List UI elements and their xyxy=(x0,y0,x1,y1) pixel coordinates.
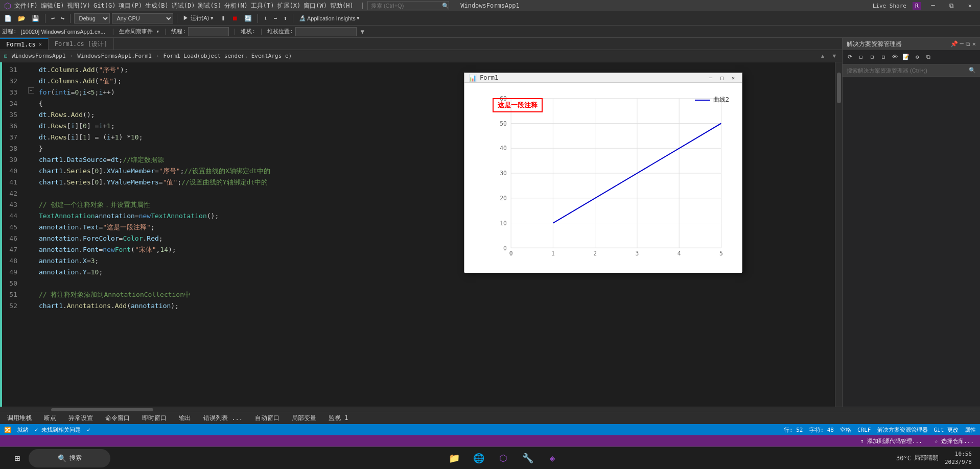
tab-exceptions[interactable]: 异常设置 xyxy=(65,413,96,424)
step-out-icon[interactable]: ⬆ xyxy=(282,14,289,23)
tab-form1cs-design[interactable]: Form1.cs [设计] xyxy=(49,38,114,50)
debug-config-select[interactable]: Debug xyxy=(74,13,110,24)
scrollbar-thumb[interactable] xyxy=(837,73,841,103)
breadcrumb-project[interactable]: WindowsFormsApp1 xyxy=(12,53,66,59)
menu-build[interactable]: 生成(B) xyxy=(145,2,169,10)
open-icon[interactable]: 📂 xyxy=(16,14,28,23)
menu-test[interactable]: 测试(S) xyxy=(198,2,221,10)
pin-icon[interactable]: 📌 xyxy=(950,40,958,48)
tab-command[interactable]: 命令窗口 xyxy=(102,413,133,424)
global-search-input[interactable] xyxy=(367,1,449,10)
cpu-config-select[interactable]: Any CPU xyxy=(112,13,173,24)
menu-view[interactable]: 视图(V) xyxy=(67,2,90,10)
horizontal-scrollbar[interactable] xyxy=(0,407,980,412)
sol-sync-btn[interactable]: ⟳ xyxy=(845,52,855,62)
run-button[interactable]: ▶ 运行(A) ▾ xyxy=(181,13,216,23)
tab-output[interactable]: 输出 xyxy=(176,413,194,424)
tab-close-form1cs[interactable]: ✕ xyxy=(39,41,42,47)
taskbar-vs-icon[interactable]: ⬡ xyxy=(494,449,512,467)
check-icon[interactable]: ✓ xyxy=(87,427,90,433)
pause-icon[interactable]: ⏸ xyxy=(218,14,228,23)
code-line-51[interactable]: // 将注释对象添加到AnnotationCollection中 xyxy=(35,289,835,300)
solution-header-controls: 📌 ─ ⧉ ✕ xyxy=(950,40,976,48)
app-insights-button[interactable]: 🔬 Application Insights ▾ xyxy=(297,14,362,22)
form1-minimize[interactable]: ─ xyxy=(706,73,715,82)
restore-button[interactable]: ⧉ xyxy=(945,2,958,9)
git-changes-status[interactable]: Git 更改 xyxy=(934,426,959,434)
line-num-45: 45 xyxy=(2,222,21,233)
code-line-50[interactable] xyxy=(35,278,835,289)
scroll-up-icon[interactable]: ▲ xyxy=(819,53,827,59)
add-to-source-button[interactable]: ↑ 添加到源代码管理... xyxy=(860,437,922,445)
crlf-info: CRLF xyxy=(857,427,871,433)
error-count[interactable]: ✓ 未找到相关问题 xyxy=(35,426,81,434)
scroll-down-icon[interactable]: ▼ xyxy=(830,53,838,59)
step-into-icon[interactable]: ⬇ xyxy=(262,14,269,23)
form1-window[interactable]: 📊 Form1 ─ □ ✕ 曲线2 这是一段注释 xyxy=(464,73,742,272)
form1-close[interactable]: ✕ xyxy=(729,73,738,82)
sol-show-all-btn[interactable]: ◻ xyxy=(856,52,866,62)
taskbar-explorer[interactable]: 📁 xyxy=(445,449,463,467)
tab-bar: Form1.cs ✕ Form1.cs [设计] xyxy=(0,38,842,50)
sol-new-win-btn[interactable]: ⧉ xyxy=(923,52,934,62)
stop-icon[interactable]: ⏹ xyxy=(230,14,240,23)
step-over-icon[interactable]: ➡ xyxy=(271,14,279,23)
menu-tools[interactable]: 工具(T) xyxy=(251,2,274,10)
solution-minimize[interactable]: ─ xyxy=(960,40,964,48)
tab-watch1[interactable]: 监视 1 xyxy=(325,413,351,424)
git-branch-icon: 🔀 xyxy=(4,427,11,433)
tab-callstack[interactable]: 调用堆栈 xyxy=(4,413,35,424)
menu-git[interactable]: Git(G) xyxy=(94,2,115,9)
redo-icon[interactable]: ↪ xyxy=(59,14,66,23)
solution-close[interactable]: ✕ xyxy=(972,40,976,48)
chart-area: 曲线2 这是一段注释 60 50 40 30 20 xyxy=(464,83,742,273)
solution-explorer-status[interactable]: 解决方案资源管理器 xyxy=(877,426,928,434)
vertical-scrollbar[interactable] xyxy=(835,62,842,407)
form1-maximize[interactable]: □ xyxy=(717,73,727,82)
taskbar-edge[interactable]: 🌐 xyxy=(470,449,488,467)
solution-maximize[interactable]: ⧉ xyxy=(966,40,970,48)
breadcrumb-class[interactable]: WindowsFormsApp1.Form1 xyxy=(77,53,152,59)
windows-start-button[interactable]: ⊞ xyxy=(8,449,27,467)
tab-form1cs[interactable]: Form1.cs ✕ xyxy=(0,38,49,50)
sol-settings-btn[interactable]: ⚙ xyxy=(912,52,922,62)
menu-analyze[interactable]: 分析(N) xyxy=(224,2,248,10)
taskbar-purple-app[interactable]: ◈ xyxy=(543,449,562,467)
menu-help[interactable]: 帮助(H) xyxy=(330,2,354,10)
location-expand[interactable]: ▼ xyxy=(359,28,366,35)
menu-project[interactable]: 项目(P) xyxy=(119,2,142,10)
save-icon[interactable]: 💾 xyxy=(30,14,41,23)
properties-status[interactable]: 属性 xyxy=(965,426,976,434)
tab-immediate[interactable]: 即时窗口 xyxy=(139,413,170,424)
tab-auto[interactable]: 自动窗口 xyxy=(252,413,283,424)
restart-icon[interactable]: 🔄 xyxy=(242,14,254,23)
sol-open-editor-btn[interactable]: 📝 xyxy=(901,52,911,62)
sol-collapse-btn[interactable]: ⊟ xyxy=(878,52,889,62)
close-button[interactable]: ✕ xyxy=(964,2,976,9)
sol-preview-btn[interactable]: 👁 xyxy=(890,52,900,62)
tab-locals[interactable]: 局部变量 xyxy=(289,413,319,424)
menu-window[interactable]: 窗口(W) xyxy=(304,2,327,10)
solution-search-input[interactable] xyxy=(847,67,969,74)
process-select[interactable]: [10020] WindowsFormsApp1.ex... xyxy=(19,28,107,36)
menu-extend[interactable]: 扩展(X) xyxy=(277,2,301,10)
menu-edit[interactable]: 编辑(E) xyxy=(41,2,64,10)
select-repo-button[interactable]: ☆ 选择仓库... xyxy=(935,437,974,445)
search-taskbar-button[interactable]: 🔍 搜索 xyxy=(29,449,110,467)
tab-breakpoints[interactable]: 断点 xyxy=(41,413,59,424)
undo-icon[interactable]: ↩ xyxy=(49,14,57,23)
menu-file[interactable]: 文件(F) xyxy=(14,2,38,10)
taskbar-devtools[interactable]: 🔧 xyxy=(519,449,537,467)
minimize-button[interactable]: ─ xyxy=(927,2,939,9)
new-file-icon[interactable]: 📄 xyxy=(2,14,14,23)
sol-filter-btn[interactable]: ⊟ xyxy=(867,52,877,62)
breadcrumb-method[interactable]: Form1_Load(object sender, EventArgs e) xyxy=(164,53,292,59)
code-line-52[interactable]: chart1.Annotations.Add(annotation); xyxy=(35,300,835,312)
collapse-btn-33[interactable]: − xyxy=(28,87,34,93)
location-input[interactable] xyxy=(295,27,357,36)
live-share-button[interactable]: Live Share xyxy=(873,3,906,9)
h-scrollbar-thumb[interactable] xyxy=(51,408,153,411)
tab-errors[interactable]: 错误列表 ... xyxy=(200,413,246,424)
menu-debug[interactable]: 调试(D) xyxy=(172,2,195,10)
thread-input[interactable] xyxy=(188,27,229,36)
